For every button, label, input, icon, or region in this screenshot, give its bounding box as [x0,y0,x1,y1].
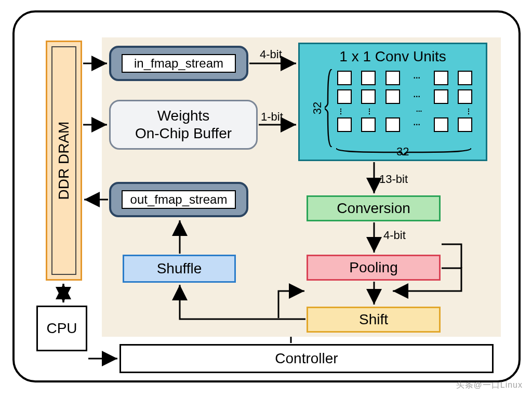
edge-label-13bit: 13-bit [379,173,408,186]
controller-block: Controller [119,344,494,373]
conv-dim-rows: 32 [311,102,324,114]
cpu-label: CPU [46,320,77,337]
shift-label: Shift [359,311,388,328]
weights-buffer-block: Weights On-Chip Buffer [109,100,258,150]
out-fmap-stream-block: out_fmap_stream [109,182,248,217]
brace-left-icon [325,69,334,147]
out-fmap-stream-label: out_fmap_stream [122,190,236,209]
ddr-dram-block: DDR DRAM [46,41,82,281]
cpu-block: CPU [36,306,87,351]
edge-label-4bit-out: 4-bit [383,229,406,242]
pooling-label: Pooling [349,259,397,276]
shuffle-label: Shuffle [157,260,202,277]
conversion-block: Conversion [307,195,441,221]
diagram-canvas: DDR DRAM CPU Controller in_fmap_stream o… [0,0,532,396]
in-fmap-stream-label: in_fmap_stream [122,54,236,73]
edge-label-4bit-in: 4-bit [260,48,282,61]
ddr-label: DDR DRAM [56,122,72,200]
conversion-label: Conversion [337,200,410,217]
shuffle-block: Shuffle [123,255,236,283]
conv-title: 1 x 1 Conv Units [300,48,486,65]
conv-grid: ··· ··· ⋮⋮···⋮ ··· [337,70,472,136]
watermark: 头条@一口Linux [456,380,523,391]
in-fmap-stream-block: in_fmap_stream [109,46,248,81]
controller-label: Controller [275,350,338,367]
conv-dim-cols: 32 [396,145,409,159]
conv-units-block: 1 x 1 Conv Units ··· ··· ⋮⋮···⋮ ··· 32 3… [298,43,487,161]
pooling-block: Pooling [307,255,441,281]
edge-label-1bit: 1-bit [261,110,283,124]
weights-label: Weights On-Chip Buffer [135,107,232,142]
shift-block: Shift [307,307,441,333]
